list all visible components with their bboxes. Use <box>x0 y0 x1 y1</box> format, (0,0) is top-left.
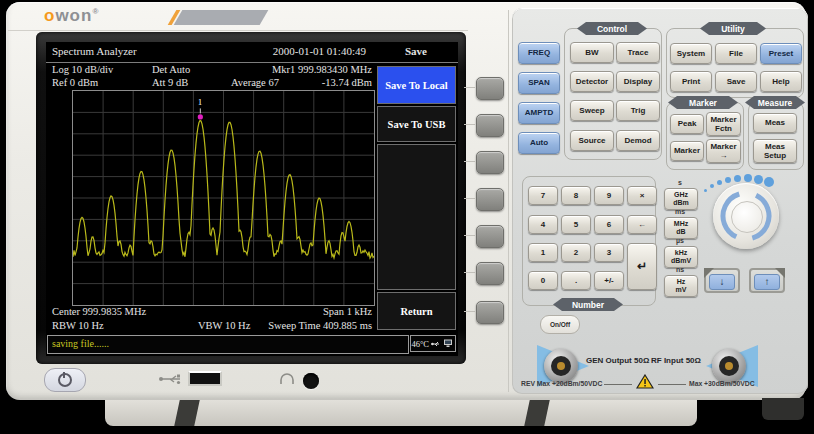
softkey-2[interactable] <box>476 114 504 137</box>
softkey-line <box>464 311 475 312</box>
system-button[interactable]: System <box>670 43 712 64</box>
menu-title: Save <box>378 45 454 57</box>
power-icon <box>58 373 72 387</box>
menu-item-save-to-local[interactable]: Save To Local <box>377 66 456 104</box>
unit-key-mhz-db[interactable]: MHz dB <box>664 217 698 239</box>
softkey-4[interactable] <box>476 188 504 211</box>
decimal-key[interactable]: . <box>561 271 591 290</box>
display-button[interactable]: Display <box>616 71 660 92</box>
unit-key-khz-dbmv[interactable]: kHz dBmV <box>664 246 698 268</box>
rf-input-connector[interactable] <box>712 349 746 383</box>
plus-minus-key[interactable]: +/- <box>594 271 624 290</box>
auto-button[interactable]: Auto <box>518 132 560 154</box>
menu-item-blank <box>377 144 456 290</box>
trig-button[interactable]: Trig <box>616 100 660 121</box>
rf-input-label: RF Input 50Ω <box>651 356 701 365</box>
trace-button[interactable]: Trace <box>616 42 660 63</box>
softkey-line <box>464 235 475 236</box>
rbw-readout: RBW 10 Hz <box>52 320 104 331</box>
rotary-knob[interactable] <box>713 183 779 249</box>
marker-amp-readout: -13.74 dBm <box>322 77 372 88</box>
numpad-key-8[interactable]: 8 <box>561 186 591 205</box>
numpad-key-0[interactable]: 0 <box>528 271 558 290</box>
svg-text:1: 1 <box>198 97 203 107</box>
meas-setup-button[interactable]: Meas Setup <box>753 139 797 163</box>
softkey-1[interactable] <box>476 77 504 100</box>
detector-button[interactable]: Detector <box>570 71 614 92</box>
softkey-3[interactable] <box>476 151 504 174</box>
usb-status-icon <box>431 340 441 348</box>
attenuation-readout: Att 9 dB <box>152 77 188 88</box>
unit-hint-s: s <box>664 179 696 186</box>
print-button[interactable]: Print <box>670 71 712 92</box>
peak-button[interactable]: Peak <box>670 114 704 134</box>
up-arrow-button[interactable]: ↑ <box>749 268 785 293</box>
softkey-line <box>464 198 475 199</box>
logo-o: o <box>44 6 55 25</box>
preset-button[interactable]: Preset <box>760 43 802 64</box>
meas-button[interactable]: Meas <box>753 113 797 133</box>
softkey-6[interactable] <box>476 262 504 285</box>
numpad-key-4[interactable]: 4 <box>528 215 558 234</box>
gen-max-label: REV Max +20dBm/50VDC <box>521 380 602 387</box>
headphone-jack[interactable] <box>303 373 319 389</box>
gen-connector-pin <box>557 362 565 370</box>
marker-freq-readout: Mkr1 999.983430 MHz <box>272 64 372 75</box>
knob-dot <box>734 175 741 182</box>
unit-key-ghz-dbm[interactable]: GHz dBm <box>664 188 698 210</box>
datetime: 2000-01-01 01:40:49 <box>273 45 366 57</box>
vbw-readout: VBW 10 Hz <box>198 320 250 331</box>
numpad-key-2[interactable]: 2 <box>561 243 591 262</box>
logo-won: won <box>55 6 92 25</box>
headphone-icon <box>279 373 295 385</box>
sweep-button[interactable]: Sweep <box>570 100 614 121</box>
amptd-button[interactable]: AMPTD <box>518 102 560 124</box>
unit-hint-us: µs <box>664 237 696 244</box>
enter-key[interactable]: ↵ <box>627 243 657 290</box>
up-arrow-icon: ↑ <box>754 274 780 290</box>
demod-button[interactable]: Demod <box>616 130 660 151</box>
right-foot <box>762 398 804 420</box>
softkey-7[interactable] <box>476 301 504 324</box>
usb-icon <box>158 373 184 385</box>
numpad-key-1[interactable]: 1 <box>528 243 558 262</box>
warning-dash-left <box>604 384 632 385</box>
footer-row-1: Center 999.9835 MHz Span 1 kHz <box>46 306 376 319</box>
down-arrow-button[interactable]: ↓ <box>704 268 740 293</box>
temperature-readout: 46°C <box>411 339 429 349</box>
numpad-key-6[interactable]: 6 <box>594 215 624 234</box>
marker-button[interactable]: Marker <box>670 141 704 161</box>
span-button[interactable]: SPAN <box>518 72 560 94</box>
marker-fctn-button[interactable]: Marker Fctn <box>706 112 741 136</box>
menu-item-save-to-usb[interactable]: Save To USB <box>377 106 456 142</box>
sweep-time-readout: Sweep Time 409.885 ms <box>268 320 372 331</box>
onoff-button[interactable]: On/Off <box>540 315 580 334</box>
numpad-key-5[interactable]: 5 <box>561 215 591 234</box>
softkey-5[interactable] <box>476 225 504 248</box>
file-button[interactable]: File <box>715 43 757 64</box>
marker-to-button[interactable]: Marker → <box>706 139 741 163</box>
gen-output-connector[interactable] <box>544 349 578 383</box>
menu-item-return[interactable]: Return <box>377 292 456 330</box>
numpad-key-9[interactable]: 9 <box>594 186 624 205</box>
power-button[interactable] <box>44 368 86 392</box>
bw-button[interactable]: BW <box>570 42 614 63</box>
source-button[interactable]: Source <box>570 130 614 151</box>
control-group-label: Control <box>577 22 647 35</box>
numpad-key-3[interactable]: 3 <box>594 243 624 262</box>
utility-group-label: Utility <box>700 22 766 35</box>
help-button[interactable]: Help <box>760 71 802 92</box>
save-button[interactable]: Save <box>715 71 757 92</box>
detector-readout: Det Auto <box>152 64 190 75</box>
rf-connector-pin <box>725 362 733 370</box>
numpad-key-7[interactable]: 7 <box>528 186 558 205</box>
unit-key-hz-mv[interactable]: Hz mV <box>664 275 698 297</box>
usb-port[interactable] <box>188 371 222 386</box>
app-title: Spectrum Analyzer <box>52 45 137 57</box>
backspace-key[interactable]: ← <box>627 215 657 234</box>
status-bar: saving file...... <box>47 335 409 354</box>
cancel-key[interactable]: × <box>627 186 657 205</box>
freq-button[interactable]: FREQ <box>518 42 560 64</box>
softkey-line <box>464 272 475 273</box>
rf-max-label: Max +30dBm/50VDC <box>689 380 755 387</box>
